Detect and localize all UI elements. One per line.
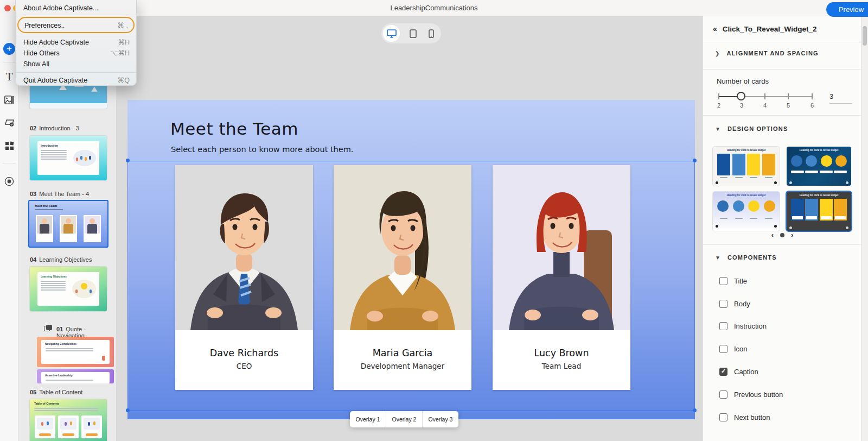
checkbox[interactable] — [719, 390, 727, 399]
mini-person-card — [84, 215, 101, 242]
selection-border-right — [694, 161, 695, 411]
component-checkbox-next-button[interactable]: Next button — [719, 413, 770, 421]
tablet-icon — [410, 29, 417, 38]
plus-icon: + — [3, 43, 15, 55]
interactions-tool-button[interactable] — [0, 115, 18, 131]
slide-label-02[interactable]: 02Introduction - 3 — [30, 125, 79, 131]
slider-tick-label: 5 — [787, 102, 790, 109]
chevron-down-icon: ▼ — [715, 255, 720, 261]
checkbox-label: Icon — [734, 345, 748, 353]
person-role: Team Lead — [493, 362, 630, 370]
menu-item-show-all[interactable]: Show All — [16, 59, 136, 70]
portrait-dave — [175, 165, 313, 330]
widgets-tool-button[interactable] — [0, 137, 18, 154]
carousel-next-button[interactable]: › — [791, 231, 793, 239]
slide-label-05[interactable]: 05Table of Content — [30, 389, 82, 395]
overlay-3-tab[interactable]: Overlay 3 — [422, 411, 458, 427]
properties-panel: « Click_To_Reveal_Widget_2 ❯ ALIGNMENT A… — [703, 16, 861, 441]
slide-canvas[interactable]: Meet the Team Select each person to know… — [127, 100, 695, 419]
panel-divider — [703, 244, 861, 245]
phone-view-button[interactable] — [422, 29, 440, 38]
menu-item-preferences[interactable]: Preferences.. ⌘ , — [17, 17, 135, 33]
overlay-slide-icon — [44, 325, 53, 332]
checkbox[interactable] — [719, 413, 727, 421]
slider-tick — [718, 93, 719, 99]
design-heading-text: Heading for click to reveal widget — [787, 194, 851, 197]
stage-title-text[interactable]: Meet the Team — [170, 119, 298, 138]
components-section-header[interactable]: ▼ COMPONENTS — [715, 254, 777, 261]
selection-handle[interactable] — [126, 159, 130, 162]
slide-thumbnail-quote[interactable]: Navigating Complexities Assertive Leader… — [37, 337, 114, 383]
slide-thumbnail-learning-objectives[interactable]: Learning Objectives — [30, 267, 107, 311]
component-checkbox-body[interactable]: Body — [719, 300, 750, 308]
menu-item-hide-others[interactable]: Hide Others ⌥⌘H — [16, 48, 136, 59]
alignment-section-header[interactable]: ❯ ALIGNMENT AND SPACING — [715, 50, 819, 56]
mini-text-lines — [37, 149, 70, 160]
team-card-dave[interactable]: Dave Richards CEO — [175, 165, 313, 390]
checkbox[interactable] — [719, 300, 727, 308]
slide-label-03[interactable]: 03Meet The Team - 4 — [30, 191, 89, 197]
menu-shortcut: ⌘Q — [118, 75, 130, 86]
chevron-down-icon: ▼ — [715, 126, 720, 132]
number-of-cards-slider: 2 3 4 5 6 3 — [703, 16, 861, 49]
component-checkbox-caption[interactable]: Caption — [719, 368, 758, 376]
paper-plane-icon — [91, 86, 97, 92]
checkbox-label: Instruction — [734, 322, 767, 330]
checkbox[interactable] — [719, 277, 727, 285]
record-tool-button[interactable] — [0, 173, 18, 190]
mini-slide-title: Table of Contents — [34, 402, 59, 405]
carousel-prev-button[interactable]: ‹ — [771, 231, 774, 239]
slider-tick — [764, 93, 765, 99]
number-of-cards-value[interactable]: 3 — [829, 92, 852, 104]
slide-label-04[interactable]: 04Learning Objectives — [30, 256, 92, 263]
design-option-dark-cards[interactable]: Heading for click to reveal widget — [787, 192, 851, 231]
team-card-maria[interactable]: Maria Garcia Development Manager — [334, 165, 471, 390]
overlay-2-tab[interactable]: Overlay 2 — [386, 411, 422, 427]
selection-handle[interactable] — [693, 408, 697, 412]
checkbox[interactable] — [719, 368, 727, 376]
interaction-check-icon — [4, 118, 15, 127]
checkbox[interactable] — [719, 345, 727, 353]
selection-handle[interactable] — [126, 408, 130, 412]
portrait-maria — [334, 165, 471, 330]
scrollbar-thumb[interactable] — [863, 26, 867, 46]
component-checkbox-previous-button[interactable]: Previous button — [719, 390, 783, 399]
stage-subtitle-text[interactable]: Select each person to know more about th… — [171, 145, 353, 154]
design-option-dark-circles[interactable]: Heading for click to reveal widget — [787, 147, 851, 186]
mini-subtitle-line — [35, 209, 63, 210]
mini-toc-card — [81, 415, 102, 438]
design-heading-text: Heading for click to reveal widget — [713, 149, 780, 152]
component-checkbox-title[interactable]: Title — [719, 277, 747, 285]
panel-divider — [703, 69, 861, 70]
design-options-section-header[interactable]: ▼ DESIGN OPTIONS — [715, 125, 788, 132]
mini-slide-title: Meet the Team — [35, 204, 57, 207]
preview-button[interactable]: Preview — [826, 2, 868, 17]
person-role: CEO — [175, 362, 313, 370]
design-heading-text: Heading for click to reveal widget — [713, 194, 780, 197]
component-checkbox-instruction[interactable]: Instruction — [719, 322, 767, 330]
menu-item-hide-captivate[interactable]: Hide Adobe Captivate ⌘H — [16, 37, 136, 48]
component-checkbox-icon[interactable]: Icon — [719, 345, 748, 353]
phone-icon — [429, 29, 434, 38]
desktop-view-button[interactable] — [383, 25, 400, 42]
menu-item-quit[interactable]: Quit Adobe Captivate ⌘Q — [16, 75, 136, 86]
checkbox[interactable] — [719, 322, 727, 330]
carousel-page-dot[interactable] — [780, 233, 784, 237]
selection-handle[interactable] — [693, 159, 697, 162]
menu-item-about[interactable]: About Adobe Captivate... — [16, 3, 136, 14]
person-role: Development Manager — [334, 362, 471, 370]
slide-thumbnail-meet-the-team[interactable]: Meet the Team — [28, 200, 108, 248]
tablet-view-button[interactable] — [404, 29, 422, 38]
close-window-button[interactable] — [4, 5, 11, 11]
team-card-lucy[interactable]: Lucy Brown Team Lead — [493, 165, 630, 390]
design-option-light-circles[interactable]: Heading for click to reveal widget — [713, 192, 780, 231]
slide-thumbnail-table-of-content[interactable]: Table of Contents — [30, 399, 107, 441]
overlay-1-tab[interactable]: Overlay 1 — [350, 411, 386, 427]
text-icon: T — [6, 71, 13, 83]
design-option-light-cards[interactable]: Heading for click to reveal widget — [713, 147, 780, 186]
menu-shortcut: ⌥⌘H — [110, 48, 130, 59]
slider-handle[interactable] — [737, 92, 745, 100]
mini-slide-title: Assertive Leadership — [45, 374, 73, 377]
slide-thumbnail-introduction[interactable]: Introduction — [30, 136, 107, 180]
media-tool-button[interactable] — [0, 92, 18, 108]
